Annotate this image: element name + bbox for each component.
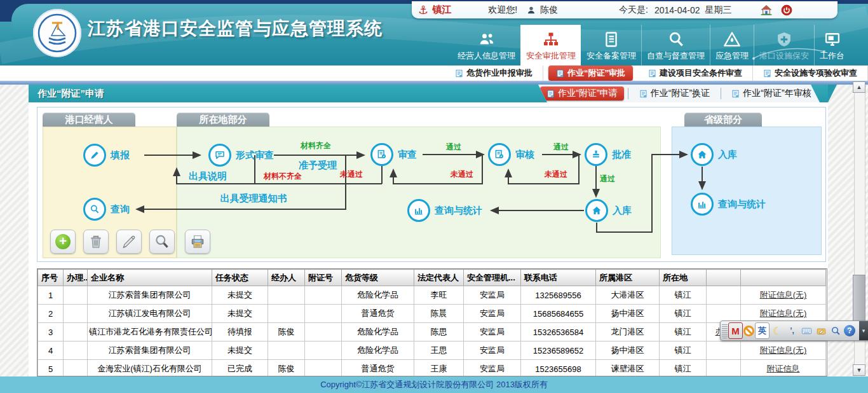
scrollbar-thumb[interactable] xyxy=(853,275,865,321)
collapse-icon[interactable]: ▾ xyxy=(859,321,868,340)
tab[interactable]: 作业“附证”年审核 xyxy=(725,86,817,100)
soft-keyboard-icon[interactable] xyxy=(800,323,813,338)
add-button[interactable]: + xyxy=(50,230,76,254)
column-header[interactable]: 企业名称 xyxy=(88,270,212,286)
doc-small-icon xyxy=(546,90,555,98)
table-cell: 2 xyxy=(38,305,64,323)
chart-icon xyxy=(413,205,424,216)
table-link[interactable]: 附证信息(无) xyxy=(760,308,807,318)
trash-icon xyxy=(88,233,104,250)
home-icon xyxy=(591,205,602,216)
column-header[interactable]: 任务状态 xyxy=(212,270,268,286)
subnav-item[interactable]: 作业“附证”审批 xyxy=(548,66,633,81)
language-toggle-icon[interactable]: 英 xyxy=(755,322,770,339)
table-cell: 陈俊 xyxy=(268,323,305,341)
subnav-item[interactable]: 安全设施专项验收审查 xyxy=(753,66,868,81)
flow-node-shenhe: 审核 xyxy=(488,143,534,166)
table-cell: 15685684655 xyxy=(521,305,596,323)
username-label: 陈俊 xyxy=(540,4,558,16)
column-header[interactable]: 法定代表人 xyxy=(414,270,464,286)
table-cell xyxy=(707,360,741,377)
nav-item[interactable]: 应急管理 xyxy=(710,25,754,66)
flow-label-weitongguo-2: 未通过 xyxy=(451,169,473,180)
tab-label: 作业“附证”年审核 xyxy=(743,88,811,99)
screen: 江苏省港口安全监管与应急管理系统 ⚓ 镇江 欢迎您! 陈俊 今天是: 2014-… xyxy=(0,0,868,393)
flow-node-label: 审查 xyxy=(398,149,417,161)
table-link[interactable]: 附证信息 xyxy=(767,364,800,373)
nav-item[interactable]: 港口设施保安 xyxy=(754,25,814,66)
table-cell: 附证信息(无) xyxy=(741,286,826,305)
table-cell xyxy=(268,341,305,360)
subnav-item[interactable]: 危货作业申报审批 xyxy=(445,66,543,81)
table-link[interactable]: 附证信息(无) xyxy=(760,345,807,355)
table-cell: 安监局 xyxy=(464,305,521,323)
doc-small-icon xyxy=(639,90,648,98)
table-cell xyxy=(305,360,342,377)
logout-power-icon[interactable] xyxy=(780,4,793,17)
column-header[interactable]: 安全管理机... xyxy=(464,270,521,286)
table-cell: 安监局 xyxy=(464,341,521,360)
table-cell: 镇江 xyxy=(660,286,707,305)
column-header[interactable]: 办理... xyxy=(64,270,88,286)
table-link[interactable]: 附证信息(无) xyxy=(760,290,807,300)
column-header[interactable]: 危货等级 xyxy=(342,270,414,286)
delete-button[interactable] xyxy=(83,230,109,254)
search-button[interactable] xyxy=(149,230,175,254)
tab[interactable]: 作业“附证”申请 xyxy=(540,86,623,100)
flow-label-zhunyu-shouli: 准予受理 xyxy=(299,160,337,172)
table-cell: 江苏索普集团有限公司 xyxy=(88,341,212,360)
edit-button[interactable] xyxy=(116,230,142,254)
nav-item[interactable]: 安全备案管理 xyxy=(581,25,641,66)
flow-node-shencha: 审查 xyxy=(370,143,417,166)
table-row[interactable]: 5金海宏业(镇江)石化有限公司已完成陈俊普通危货王康安监局1523655698谏… xyxy=(38,360,826,377)
ime-search-icon[interactable] xyxy=(829,323,843,338)
doc-small-icon xyxy=(763,69,771,78)
tab-separator xyxy=(628,88,628,99)
help-icon[interactable]: ? xyxy=(844,325,855,336)
column-header[interactable]: 附证号 xyxy=(305,270,342,286)
nav-item[interactable]: 工作台 xyxy=(814,25,850,66)
flow-node-label: 查询 xyxy=(111,203,130,216)
anchor-icon: ⚓ xyxy=(418,3,428,17)
column-header[interactable]: 联系电话 xyxy=(521,270,596,286)
home-icon[interactable] xyxy=(760,4,773,17)
ime-language-bar[interactable]: M英☾’,?▾ xyxy=(720,321,868,341)
punctuation-icon[interactable]: ’, xyxy=(785,323,799,338)
scroll-up-button[interactable]: ▲ xyxy=(853,81,865,93)
scroll-down-button[interactable]: ▼ xyxy=(853,364,865,376)
table-cell: 扬中港区 xyxy=(596,305,660,323)
drag-handle-icon[interactable] xyxy=(722,323,728,338)
column-header[interactable] xyxy=(707,270,741,286)
table-row[interactable]: 2江苏镇江发电有限公司未提交普通危货陈晨安监局15685684655扬中港区镇江… xyxy=(38,305,826,323)
table-cell: 谏壁港区 xyxy=(596,360,660,377)
table-cell: 安监局 xyxy=(464,360,521,377)
flow-node-chaxun: 查询 xyxy=(83,198,130,221)
column-header[interactable]: 经办人 xyxy=(268,270,305,286)
flow-node-circle xyxy=(488,143,511,166)
table-row[interactable]: 1江苏索普集团有限公司未提交危险化学品李旺安监局1325689556大港港区镇江… xyxy=(38,286,826,305)
ime-logo-icon[interactable]: M xyxy=(728,322,743,339)
column-header[interactable]: 所在地 xyxy=(660,270,707,286)
ban-icon[interactable] xyxy=(743,326,754,336)
table-cell: 3 xyxy=(38,323,64,341)
doc-small-icon xyxy=(731,90,740,98)
section-tab-port-operator: 港口经营人 xyxy=(43,113,135,127)
column-header[interactable] xyxy=(741,270,826,286)
nav-item-label: 港口设施保安 xyxy=(759,50,809,62)
nav-item[interactable]: 安全审批管理 xyxy=(520,25,581,66)
table-row[interactable]: 3镇江市港龙石化港务有限责任公司待填报陈俊危险化学品陈思安监局153265365… xyxy=(38,323,826,341)
table-cell: 安监局 xyxy=(464,323,521,341)
handwriting-icon[interactable] xyxy=(815,323,828,338)
fullwidth-moon-icon[interactable]: ☾ xyxy=(771,323,784,338)
flow-label-cailiao-qiquan: 材料齐全 xyxy=(301,141,331,151)
table-cell: 陈思 xyxy=(414,323,464,341)
subnav-item[interactable]: 建设项目安全条件审查 xyxy=(638,66,753,81)
column-header[interactable]: 序号 xyxy=(38,270,64,286)
nav-item[interactable]: 经营人信息管理 xyxy=(452,25,520,66)
tab[interactable]: 作业“附证”换证 xyxy=(633,86,716,100)
column-header[interactable]: 所属港区 xyxy=(596,270,660,286)
flow-label-tongguo-3: 通过 xyxy=(600,174,615,184)
nav-item[interactable]: 自查与督查管理 xyxy=(641,25,710,66)
print-button[interactable] xyxy=(185,230,210,254)
table-row[interactable]: 4江苏索普集团有限公司未提交危险化学品王思安监局15236589652扬中港区镇… xyxy=(38,341,826,360)
